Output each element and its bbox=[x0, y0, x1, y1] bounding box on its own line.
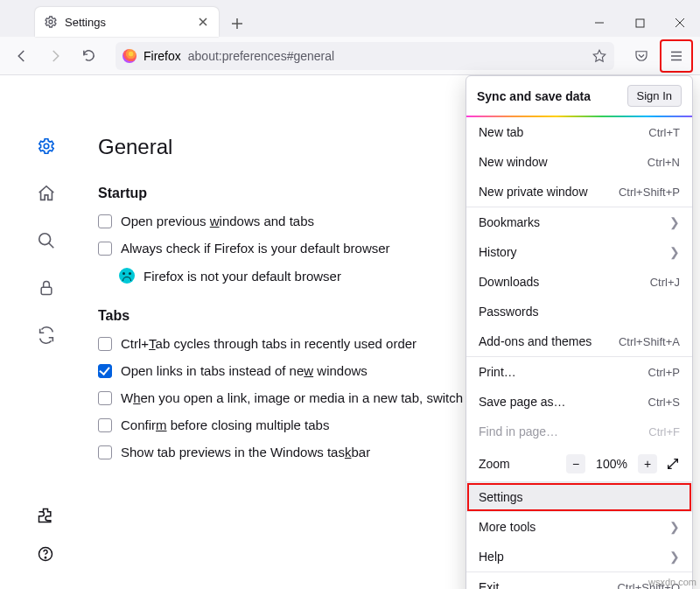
sign-in-button[interactable]: Sign In bbox=[627, 85, 682, 107]
url-address: about:preferences#general bbox=[188, 49, 334, 63]
menu-settings[interactable]: Settings bbox=[466, 482, 692, 512]
menu-passwords[interactable]: Passwords bbox=[466, 297, 692, 326]
zoom-out-button[interactable]: − bbox=[566, 454, 585, 473]
sidebar-bottom bbox=[37, 507, 54, 563]
checkbox-icon bbox=[98, 364, 112, 378]
sync-row: Sync and save data Sign In bbox=[466, 76, 692, 116]
checkbox-label: When you open a link, image or media in … bbox=[121, 390, 470, 405]
sidebar-general-icon[interactable] bbox=[37, 137, 56, 156]
forward-button[interactable] bbox=[40, 41, 70, 71]
menu-new-private-window[interactable]: New private windowCtrl+Shift+P bbox=[466, 177, 692, 207]
menu-new-window[interactable]: New windowCtrl+N bbox=[466, 147, 692, 177]
firefox-logo-icon bbox=[122, 49, 136, 63]
checkbox-icon bbox=[98, 337, 112, 351]
zoom-in-button[interactable]: + bbox=[638, 454, 657, 473]
pocket-button[interactable] bbox=[626, 41, 656, 71]
svg-point-0 bbox=[49, 20, 52, 24]
menu-new-tab[interactable]: New tabCtrl+T bbox=[466, 117, 692, 147]
tab-strip: Settings bbox=[0, 7, 579, 37]
app-menu-highlight bbox=[660, 39, 693, 73]
chevron-right-icon: ❯ bbox=[669, 245, 680, 259]
bookmark-star-icon[interactable] bbox=[592, 48, 607, 64]
checkbox-icon bbox=[98, 242, 112, 256]
browser-tab[interactable]: Settings bbox=[35, 7, 219, 37]
window-titlebar: Settings bbox=[0, 0, 700, 37]
not-default-text: Firefox is not your default browser bbox=[144, 269, 341, 284]
svg-point-6 bbox=[45, 557, 46, 558]
app-menu-button[interactable] bbox=[662, 41, 691, 71]
chevron-right-icon: ❯ bbox=[669, 520, 680, 534]
tab-title: Settings bbox=[65, 16, 189, 29]
gear-icon bbox=[44, 15, 58, 29]
checkbox-label: Open links in tabs instead of new window… bbox=[121, 363, 368, 378]
svg-rect-4 bbox=[41, 287, 52, 294]
checkbox-label: Open previous windows and tabs bbox=[121, 214, 314, 228]
menu-history[interactable]: History❯ bbox=[466, 237, 692, 267]
sidebar-sync-icon[interactable] bbox=[37, 326, 56, 345]
menu-addons[interactable]: Add-ons and themesCtrl+Shift+A bbox=[466, 326, 692, 356]
svg-point-2 bbox=[44, 144, 49, 149]
nav-toolbar: Firefox about:preferences#general bbox=[0, 37, 700, 75]
sidebar-extensions-icon[interactable] bbox=[37, 507, 54, 524]
svg-point-3 bbox=[39, 234, 51, 245]
menu-find-in-page[interactable]: Find in page…Ctrl+F bbox=[466, 417, 692, 446]
back-button[interactable] bbox=[7, 41, 37, 71]
sidebar-privacy-icon[interactable] bbox=[37, 278, 56, 298]
zoom-percent: 100% bbox=[594, 457, 629, 471]
svg-rect-1 bbox=[636, 19, 644, 27]
chevron-right-icon: ❯ bbox=[669, 550, 680, 564]
menu-save-page[interactable]: Save page as…Ctrl+S bbox=[466, 387, 692, 417]
maximize-button[interactable] bbox=[620, 9, 660, 37]
checkbox-label: Confirm before closing multiple tabs bbox=[121, 417, 329, 432]
checkbox-label: Show tab previews in the Windows taskbar bbox=[121, 445, 370, 459]
menu-help[interactable]: Help❯ bbox=[466, 542, 692, 571]
sidebar-home-icon[interactable] bbox=[37, 184, 56, 203]
checkbox-label: Ctrl+Tab cycles through tabs in recently… bbox=[121, 336, 416, 351]
window-controls bbox=[579, 9, 700, 37]
category-sidebar bbox=[37, 137, 56, 345]
minimize-button[interactable] bbox=[579, 9, 620, 37]
fullscreen-icon[interactable] bbox=[666, 457, 680, 471]
url-brand: Firefox bbox=[144, 49, 181, 63]
checkbox-label: Always check if Firefox is your default … bbox=[121, 241, 390, 256]
menu-print[interactable]: Print…Ctrl+P bbox=[466, 357, 692, 387]
sidebar-help-icon[interactable] bbox=[37, 545, 54, 563]
checkbox-icon bbox=[98, 418, 112, 432]
close-window-button[interactable] bbox=[660, 9, 700, 37]
sidebar-search-icon[interactable] bbox=[37, 231, 56, 250]
menu-downloads[interactable]: DownloadsCtrl+J bbox=[466, 267, 692, 297]
sad-face-icon bbox=[119, 268, 135, 284]
menu-zoom: Zoom − 100% + bbox=[466, 446, 692, 481]
sync-title: Sync and save data bbox=[477, 89, 591, 103]
reload-button[interactable] bbox=[74, 41, 103, 71]
tab-close-button[interactable] bbox=[196, 15, 210, 29]
watermark: wsxdn.com bbox=[648, 577, 696, 587]
chevron-right-icon: ❯ bbox=[669, 215, 680, 229]
checkbox-icon bbox=[98, 391, 112, 405]
checkbox-icon bbox=[98, 214, 112, 228]
checkbox-icon bbox=[98, 445, 112, 459]
menu-bookmarks[interactable]: Bookmarks❯ bbox=[466, 207, 692, 237]
new-tab-button[interactable] bbox=[224, 11, 250, 37]
app-menu-panel: Sync and save data Sign In New tabCtrl+T… bbox=[466, 75, 693, 589]
url-bar[interactable]: Firefox about:preferences#general bbox=[116, 42, 614, 70]
zoom-label: Zoom bbox=[479, 457, 510, 471]
menu-more-tools[interactable]: More tools❯ bbox=[466, 512, 692, 542]
